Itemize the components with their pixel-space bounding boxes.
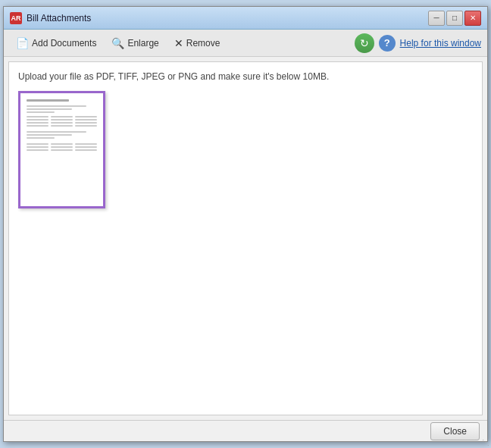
minimize-button[interactable]: ─ xyxy=(428,11,445,26)
refresh-button[interactable]: ↻ xyxy=(355,33,374,53)
add-documents-label: Add Documents xyxy=(32,38,96,49)
toolbar-right: ↻ ? Help for this window xyxy=(355,33,481,53)
doc-header-line xyxy=(27,99,69,102)
title-bar: AR Bill Attachments ─ □ ✕ xyxy=(4,7,487,30)
help-icon-button[interactable]: ? xyxy=(379,35,396,52)
document-thumbnail[interactable] xyxy=(18,91,105,208)
toolbar: 📄 Add Documents 🔍 Enlarge ✕ Remove ↻ ? H… xyxy=(4,30,487,57)
remove-button[interactable]: ✕ Remove xyxy=(168,34,227,52)
resize-grip: ⋱ xyxy=(482,439,489,446)
upload-hint: Upload your file as PDF, TIFF, JPEG or P… xyxy=(18,71,473,82)
enlarge-icon: 🔍 xyxy=(111,37,124,49)
close-button[interactable]: Close xyxy=(430,422,480,440)
help-link[interactable]: Help for this window xyxy=(400,38,481,49)
maximize-button[interactable]: □ xyxy=(446,11,463,26)
status-bar: Close ⋱ xyxy=(4,420,487,441)
main-window: AR Bill Attachments ─ □ ✕ 📄 Add Document… xyxy=(3,6,488,442)
remove-label: Remove xyxy=(186,38,220,49)
add-documents-button[interactable]: 📄 Add Documents xyxy=(10,34,102,52)
window-title: Bill Attachments xyxy=(27,13,428,23)
document-preview xyxy=(23,96,100,203)
add-documents-icon: 📄 xyxy=(16,37,29,49)
enlarge-label: Enlarge xyxy=(127,38,158,49)
close-window-button[interactable]: ✕ xyxy=(464,11,481,26)
window-controls: ─ □ ✕ xyxy=(428,11,481,26)
remove-icon: ✕ xyxy=(174,37,183,49)
app-logo: AR xyxy=(10,12,22,24)
enlarge-button[interactable]: 🔍 Enlarge xyxy=(105,34,164,52)
content-area: Upload your file as PDF, TIFF, JPEG or P… xyxy=(8,61,483,415)
